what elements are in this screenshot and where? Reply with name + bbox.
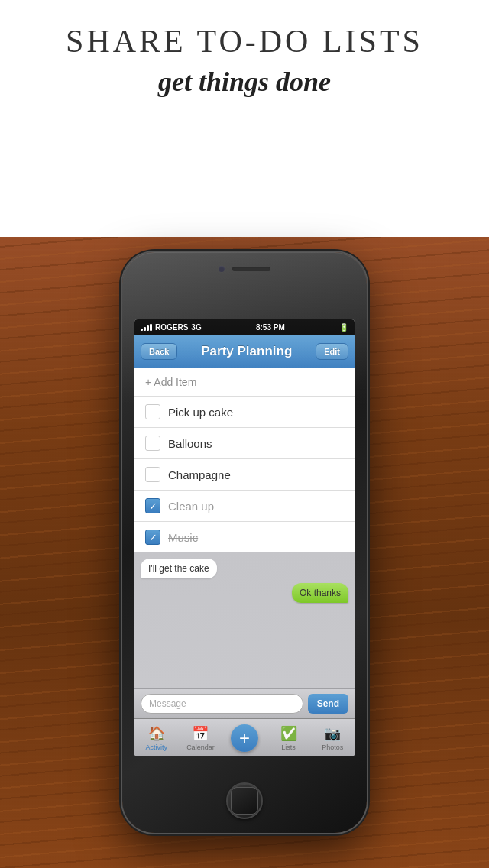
- tab-lists[interactable]: ✅ Lists: [267, 719, 311, 756]
- tab-photos-label: Photos: [322, 743, 343, 751]
- subheadline: get things done: [15, 66, 474, 98]
- navigation-bar: Back Party Planning Edit: [134, 335, 355, 368]
- send-button[interactable]: Send: [308, 694, 348, 714]
- tab-activity[interactable]: 🏠 Activity: [134, 719, 179, 756]
- tab-activity-label: Activity: [146, 743, 168, 751]
- network-type: 3G: [191, 323, 201, 332]
- todo-list-area: + Add Item Pick up cake Balloons Champag…: [134, 368, 355, 552]
- phone-top-details: [219, 266, 270, 272]
- add-item-row[interactable]: + Add Item: [134, 368, 355, 397]
- todo-text-4: Music: [168, 531, 198, 544]
- front-camera: [219, 266, 225, 272]
- add-circle[interactable]: +: [231, 724, 258, 752]
- todo-text-0: Pick up cake: [168, 406, 233, 419]
- signal-bar-2: [144, 327, 146, 331]
- tab-bar: 🏠 Activity 📅 Calendar +: [134, 718, 355, 756]
- message-input[interactable]: Message: [141, 694, 303, 714]
- edit-button[interactable]: Edit: [316, 343, 348, 360]
- todo-item-0[interactable]: Pick up cake: [134, 397, 355, 428]
- todo-item-3[interactable]: ✓ Clean up: [134, 491, 355, 522]
- back-button[interactable]: Back: [141, 343, 177, 360]
- signal-bar-3: [147, 326, 149, 331]
- todo-text-2: Champagne: [168, 468, 231, 481]
- signal-bar-4: [150, 324, 152, 331]
- checkbox-3[interactable]: ✓: [145, 498, 160, 513]
- nav-title: Party Planning: [201, 344, 292, 359]
- chat-bubble-right: Ok thanks: [292, 583, 348, 603]
- home-button[interactable]: [226, 782, 263, 819]
- message-placeholder: Message: [149, 698, 186, 709]
- checkbox-0[interactable]: [145, 404, 160, 419]
- home-button-inner: [231, 787, 258, 815]
- time-display: 8:53 PM: [256, 323, 285, 332]
- screen-content: ROGERS 3G 8:53 PM 🔋 Back Party Planning …: [134, 319, 355, 756]
- phone-device: ROGERS 3G 8:53 PM 🔋 Back Party Planning …: [122, 252, 367, 848]
- message-input-bar: Message Send: [134, 688, 355, 718]
- chat-area: I'll get the cake Ok thanks: [134, 552, 355, 688]
- tab-add[interactable]: +: [222, 719, 267, 756]
- checkbox-1[interactable]: [145, 436, 160, 451]
- plus-icon: +: [239, 727, 250, 749]
- activity-icon: 🏠: [148, 725, 165, 742]
- phone-screen: ROGERS 3G 8:53 PM 🔋 Back Party Planning …: [134, 319, 355, 756]
- carrier-label: ROGERS: [155, 323, 188, 332]
- tab-calendar-label: Calendar: [186, 743, 215, 751]
- battery-icon: 🔋: [339, 323, 348, 332]
- top-section: SHARE TO-DO LISTS get things done: [0, 0, 489, 237]
- phone-shell: ROGERS 3G 8:53 PM 🔋 Back Party Planning …: [122, 252, 367, 833]
- todo-item-2[interactable]: Champagne: [134, 459, 355, 491]
- status-bar: ROGERS 3G 8:53 PM 🔋: [134, 319, 355, 335]
- todo-text-3: Clean up: [168, 500, 214, 513]
- calendar-icon: 📅: [192, 725, 209, 742]
- headline: SHARE TO-DO LISTS: [15, 23, 474, 60]
- tab-photos[interactable]: 📷 Photos: [310, 719, 355, 756]
- photos-icon: 📷: [324, 725, 341, 742]
- status-left: ROGERS 3G: [141, 323, 202, 332]
- checkbox-2[interactable]: [145, 467, 160, 482]
- tab-calendar[interactable]: 📅 Calendar: [179, 719, 223, 756]
- lists-icon: ✅: [280, 725, 297, 742]
- todo-text-1: Balloons: [168, 437, 212, 450]
- wood-background: ROGERS 3G 8:53 PM 🔋 Back Party Planning …: [0, 237, 489, 868]
- tab-lists-label: Lists: [281, 743, 296, 751]
- todo-item-4[interactable]: ✓ Music: [134, 522, 355, 552]
- signal-bar-1: [141, 329, 143, 331]
- todo-item-1[interactable]: Balloons: [134, 428, 355, 459]
- checkbox-4[interactable]: ✓: [145, 530, 160, 545]
- chat-bubble-left: I'll get the cake: [141, 559, 217, 578]
- signal-bars: [141, 323, 152, 331]
- speaker-grille: [232, 267, 270, 271]
